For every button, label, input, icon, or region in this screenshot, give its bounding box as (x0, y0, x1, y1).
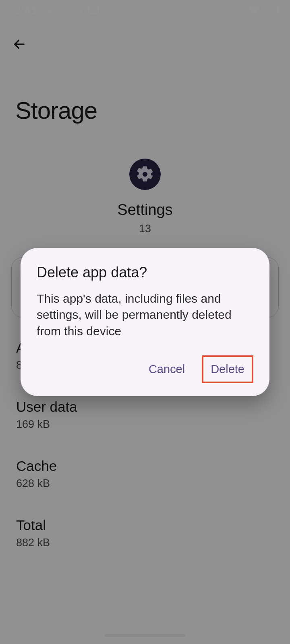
delete-dialog: Delete app data? This app's data, includ… (21, 248, 269, 396)
dialog-message: This app's data, including files and set… (37, 291, 253, 340)
cancel-button[interactable]: Cancel (141, 355, 192, 383)
home-indicator[interactable] (105, 634, 185, 637)
modal-overlay[interactable]: Delete app data? This app's data, includ… (0, 0, 290, 644)
dialog-buttons: Cancel Delete (37, 355, 253, 383)
dialog-title: Delete app data? (37, 264, 253, 281)
delete-button[interactable]: Delete (202, 355, 253, 383)
